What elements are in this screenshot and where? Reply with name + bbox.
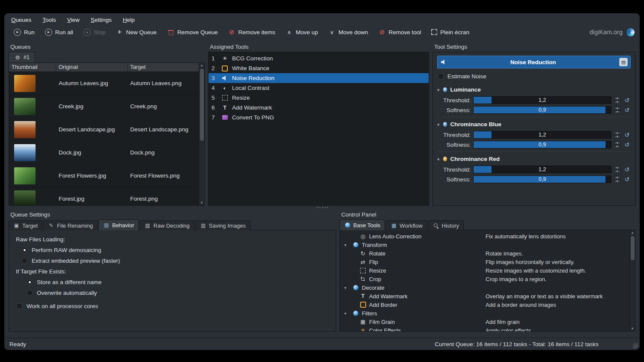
spin-up-icon[interactable]: ▲ [614,141,620,145]
queue-settings-tab[interactable]: File Renaming [43,220,98,230]
menu-item[interactable]: Tools [42,17,56,23]
queue-item-row[interactable]: Autumn Leaves.jpg Autumn Leaves.png [9,72,204,95]
spin-down-icon[interactable]: ▼ [614,145,620,148]
toolbar-button[interactable]: Remove Queue [163,27,222,38]
softness-slider[interactable]: 0,9 [473,106,611,114]
queue-item-row[interactable]: Desert Landscape.jpg Desert Landscape.pn… [9,118,204,141]
threshold-spinbox[interactable]: ▲▼ [614,131,620,139]
reset-icon[interactable] [623,96,631,104]
digikam-org-link[interactable]: digiKam.org [590,29,623,36]
horizontal-splitter[interactable] [4,206,640,209]
radio-perform-raw-demosaicing[interactable] [22,247,27,253]
spin-down-icon[interactable]: ▼ [614,170,620,173]
spin-down-icon[interactable]: ▼ [614,101,620,104]
queue-item-row[interactable]: Creek.jpg Creek.png [9,95,204,118]
threshold-slider[interactable]: 1,2 [473,166,611,173]
work-all-cores-checkbox[interactable] [17,303,22,309]
scroll-up-icon[interactable]: ▲ [631,230,634,235]
assigned-tool-item[interactable]: 2 White Balance [209,63,429,73]
estimate-noise-checkbox[interactable] [438,74,444,79]
tree-row[interactable]: ▾ Filters [340,309,629,317]
tree-row[interactable]: ▾ Crop Crop images to a region. [340,275,629,283]
tree-row[interactable]: ▾ Color Effects Apply color effects [340,326,629,331]
toolbar-button[interactable]: Remove items [224,27,279,38]
queue-settings-tab[interactable]: Behavior [98,220,139,230]
queue-settings-tab[interactable]: Raw Decoding [140,220,194,230]
reset-icon[interactable] [623,175,631,183]
radio-overwrite-automatically[interactable] [27,290,33,296]
queues-scrollbar[interactable]: ▲ ▼ [199,63,204,205]
control-panel-tab[interactable]: Base Tools [340,220,385,230]
menu-item[interactable]: Help [123,17,135,23]
menu-item[interactable]: Queues [11,17,31,23]
spin-down-icon[interactable]: ▼ [614,135,620,139]
menu-item[interactable]: View [67,17,80,23]
scrollbar-thumb[interactable] [200,69,204,141]
section-header[interactable]: Chrominance Blue [437,119,631,129]
softness-spinbox[interactable]: ▲▼ [614,176,620,183]
menu-item[interactable]: Settings [91,17,112,23]
tree-row[interactable]: ▾ Decorate [340,283,629,292]
toolbar-button[interactable]: Plein écran [427,27,474,37]
queue-item-row[interactable]: Dock.jpg Dock.png [9,141,204,164]
expand-arrow-icon[interactable]: ▾ [344,311,349,316]
assigned-tool-item[interactable]: 7 Convert To PNG [209,113,429,122]
scrollbar-thumb[interactable] [631,236,635,260]
spin-up-icon[interactable]: ▲ [614,176,620,179]
toolbar-button[interactable]: Run [9,27,39,38]
tree-row[interactable]: ▾ Rotate Rotate images. [340,249,629,258]
spin-up-icon[interactable]: ▲ [614,107,620,110]
tree-row[interactable]: ▾ Transform [340,240,629,249]
control-panel-tab[interactable]: History [428,220,464,230]
toolbar-button[interactable]: Stop [79,27,110,38]
tree-row[interactable]: ▾ Flip Flip images horizontally or verti… [340,258,629,266]
assigned-tool-item[interactable]: 4 Local Contrast [209,83,429,93]
toolbar-button[interactable]: Move up [281,27,322,38]
tree-row[interactable]: ▾ Add Border Add a border around images [340,300,629,309]
expand-arrow-icon[interactable]: ▾ [344,243,349,247]
spin-down-icon[interactable]: ▼ [614,180,620,183]
softness-spinbox[interactable]: ▲▼ [614,141,620,148]
toolbar-button[interactable]: Remove tool [374,27,426,38]
threshold-slider[interactable]: 1,2 [473,131,611,139]
softness-slider[interactable]: 0,9 [473,175,611,183]
queue-item-row[interactable]: Forest.jpg Forest.png [9,187,204,206]
threshold-spinbox[interactable]: ▲▼ [614,166,620,173]
tree-row[interactable]: ▾ Resize Resize images with a customized… [340,266,629,275]
control-panel-tab[interactable]: Workflow [386,220,427,230]
queue-tab-1[interactable]: #1 [9,52,35,62]
assigned-tool-item[interactable]: 1 BCG Correction [209,53,429,63]
spin-up-icon[interactable]: ▲ [614,97,620,100]
spin-down-icon[interactable]: ▼ [614,110,620,114]
presets-button[interactable] [619,58,628,66]
assigned-tool-item[interactable]: 5 Resize [209,93,429,103]
reset-icon[interactable] [623,141,631,148]
tree-row[interactable]: ▾ Lens Auto-Correction Fix automatically… [340,232,629,240]
reset-icon[interactable] [623,106,631,114]
radio-extract-embedded-preview[interactable] [22,258,27,264]
control-panel-scrollbar[interactable]: ▲ ▼ [629,230,635,331]
assigned-tool-item[interactable]: 3 Noise Reduction [209,73,429,83]
toolbar-button[interactable]: New Queue [112,27,161,38]
column-header-thumbnail[interactable]: Thumbnail [9,63,56,71]
radio-store-different-name[interactable] [27,279,33,285]
column-header-target[interactable]: Target [128,63,204,71]
softness-spinbox[interactable]: ▲▼ [614,107,620,114]
assigned-tool-item[interactable]: 6 Add Watermark [209,103,429,113]
tree-row[interactable]: ▾ Film Grain Add film grain [340,317,629,326]
section-header[interactable]: Luminance [437,85,631,94]
reset-icon[interactable] [623,131,631,139]
threshold-slider[interactable]: 1,2 [473,96,611,104]
scroll-down-icon[interactable]: ▼ [200,200,203,205]
toolbar-button[interactable]: Run all [41,27,78,38]
reset-icon[interactable] [623,166,631,173]
expand-arrow-icon[interactable]: ▾ [344,285,349,290]
toolbar-button[interactable]: Move down [324,27,373,38]
scroll-down-icon[interactable]: ▼ [631,326,634,331]
spin-up-icon[interactable]: ▲ [614,166,620,169]
threshold-spinbox[interactable]: ▲▼ [614,97,620,104]
column-header-original[interactable]: Original [56,63,128,71]
resize-grip[interactable] [633,343,638,348]
queue-item-row[interactable]: Forest Flowers.jpg Forest Flowers.png [9,164,204,187]
tree-row[interactable]: ▾ Add Watermark Overlay an image or text… [340,292,629,300]
